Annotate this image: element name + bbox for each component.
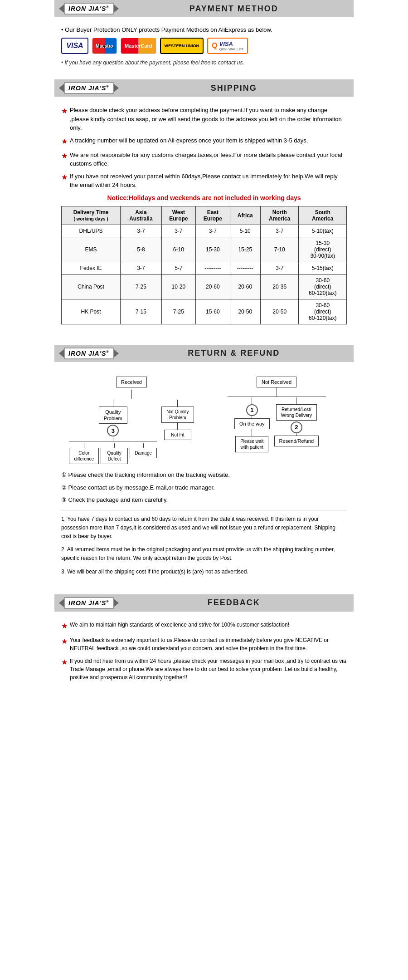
payment-title: PAYMENT METHOD: [119, 4, 349, 14]
table-row: DHL/UPS 3-7 3-7 3-7 5-10 3-7 5-10(tax): [62, 225, 347, 237]
fedex-asia: 3-7: [121, 262, 161, 274]
return-brand-logo: IRON JIA'S®: [64, 348, 114, 359]
circle-3: 3: [107, 425, 119, 436]
damage-col: Damage: [130, 443, 157, 464]
feedback-star-3: ★: [61, 657, 68, 681]
fedex-africa: ---------: [230, 262, 260, 274]
shipping-notice-1-text: Please double check your address before …: [70, 106, 347, 132]
instruction-1-text: ① Please check the tracking information …: [61, 470, 230, 480]
feedback-item-1-text: We aim to maintain high standards of exc…: [70, 621, 289, 632]
table-row: HK Post 7-15 7-25 15-60 20-50 20-50 30-6…: [62, 299, 347, 324]
chinapost-africa: 20-60: [230, 274, 260, 299]
carrier-fedex: Fedex IE: [62, 262, 121, 274]
dhl-south: 5-10(tax): [299, 225, 347, 237]
western-union-icon: WESTERN UNION: [160, 38, 204, 54]
feedback-item-1: ★ We aim to maintain high standards of e…: [61, 621, 347, 632]
received-sub-branches: QualityProblem 3 Colordifference: [69, 400, 194, 465]
color-difference-node: Colordifference: [69, 448, 99, 464]
shipping-header: IRON JIA'S® SHIPPING: [54, 79, 354, 97]
qiwi-icon: Q VISA QIWI WALLET: [207, 38, 248, 54]
v-line-qd: [114, 443, 115, 448]
shipping-arrow-left-icon: [59, 84, 64, 92]
shipping-notice-3-text: We are not responsible for any customs c…: [70, 151, 347, 168]
maestro-icon: Maestro: [92, 38, 117, 54]
dhl-africa: 5-10: [230, 225, 260, 237]
holiday-notice: Notice:Holidays and weekends are not inc…: [61, 194, 347, 201]
feedback-section: IRON JIA'S® FEEDBACK ★ We aim to maintai…: [54, 594, 354, 691]
table-row: China Post 7-25 10-20 20-60 20-60 20-35 …: [62, 274, 347, 299]
not-received-node: Not Received: [257, 377, 296, 387]
instruction-3: ③ Check the package and item carefully.: [61, 495, 347, 505]
ems-north: 7-10: [260, 237, 299, 262]
damage-node: Damage: [130, 448, 157, 458]
shipping-arrow-right-icon: [114, 84, 119, 92]
feedback-body: ★ We aim to maintain high standards of e…: [54, 616, 354, 691]
dhl-north: 3-7: [260, 225, 299, 237]
arrow-right-icon: [114, 5, 119, 13]
rule-1-text: 1. You have 7 days to contact us and 60 …: [61, 515, 347, 541]
not-fit-node: Not Fit: [164, 430, 191, 440]
instruction-1: ① Please check the tracking information …: [61, 470, 347, 480]
rule-2-text: 2. All returned items must be in the ori…: [61, 545, 347, 563]
payment-brand-logo: IRON JIA'S®: [64, 3, 114, 15]
payment-contact-note: • If you have any question about the pay…: [61, 59, 347, 66]
brand-text: IRON JIA'S: [68, 5, 106, 12]
feedback-header: IRON JIA'S® FEEDBACK: [54, 594, 354, 612]
v-line-ret: [296, 397, 296, 404]
hkpost-south: 30-60(direct)60-120(tax): [299, 299, 347, 324]
received-node: Received: [116, 377, 147, 387]
chinapost-south: 30-60(direct)60-120(tax): [299, 274, 347, 299]
h-line-nr: [228, 397, 326, 397]
rule-3: 3. We will bear all the shipping cost if…: [61, 568, 347, 576]
maestro-label: Maestro: [96, 44, 113, 49]
bullet-icon: •: [61, 26, 63, 33]
feedback-star-1: ★: [61, 621, 68, 632]
payment-icons-row: VISA Maestro MasterCard WESTERN UNION Q …: [61, 38, 347, 54]
arrow-left-icon: [59, 5, 64, 13]
carrier-dhl: DHL/UPS: [62, 225, 121, 237]
dhl-asia: 3-7: [121, 225, 161, 237]
qiwi-wallet: QIWI WALLET: [219, 47, 243, 51]
feedback-arrow-left-icon: [59, 599, 64, 607]
flowchart-container: Received QualityProblem 3: [61, 377, 347, 465]
shipping-section: IRON JIA'S® SHIPPING ★ Please double che…: [54, 79, 354, 336]
feedback-item-2-text: Your feedback is extremely important to …: [70, 636, 347, 652]
not-received-sub: 1 On the way Please waitwith patient Ret…: [234, 397, 319, 452]
ems-africa: 15-25: [230, 237, 260, 262]
feedback-item-3: ★ If you did not hear from us within 24 …: [61, 657, 347, 681]
feedback-item-2: ★ Your feedback is extremely important t…: [61, 636, 347, 652]
carrier-ems: EMS: [62, 237, 121, 262]
circle-2: 2: [291, 421, 302, 433]
feedback-brand-wrapper: IRON JIA'S®: [59, 597, 119, 609]
fedex-north: 3-7: [260, 262, 299, 274]
col-header-west-europe: WestEurope: [161, 206, 195, 225]
rule-3-text: 3. We will bear all the shipping cost if…: [61, 568, 248, 576]
on-the-way-branch: 1 On the way Please waitwith patient: [234, 397, 270, 452]
payment-brand-wrapper: IRON JIA'S®: [59, 3, 119, 15]
shipping-notice-4: ★ If you have not received your parcel w…: [61, 172, 347, 190]
shipping-body: ★ Please double check your address befor…: [54, 101, 354, 336]
shipping-notice-1: ★ Please double check your address befor…: [61, 106, 347, 132]
mastercard-label: MasterCard: [125, 43, 152, 49]
return-body: Received QualityProblem 3: [54, 367, 354, 585]
circle1-row: 1: [246, 404, 258, 416]
flowchart-right: Not Received 1 On the way: [206, 377, 347, 465]
quality-sub-nodes: Colordifference QualityDefect Damage: [69, 441, 157, 464]
v-line-nqp2: [177, 423, 178, 430]
return-rules: 1. You have 7 days to contact us and 60 …: [61, 515, 347, 576]
col-header-south-america: SouthAmerica: [299, 206, 347, 225]
col-header-north-america: NorthAmerica: [260, 206, 299, 225]
col-header-africa: Africa: [230, 206, 260, 225]
return-title: RETURN & REFUND: [119, 348, 349, 358]
return-section: IRON JIA'S® RETURN & REFUND Received: [54, 345, 354, 585]
hkpost-north: 20-50: [260, 299, 299, 324]
fedex-east: ---------: [196, 262, 230, 274]
on-the-way-node: On the way: [234, 418, 270, 429]
shipping-brand-text: IRON JIA'S: [68, 84, 106, 92]
mastercard-icon: MasterCard: [121, 38, 156, 54]
return-header: IRON JIA'S® RETURN & REFUND: [54, 345, 354, 362]
returned-node: Returned/Lost/Wrong Delivery: [276, 404, 317, 421]
feedback-arrow-right-icon: [114, 599, 119, 607]
qiwi-visa: VISA: [219, 40, 243, 47]
shipping-brand-wrapper: IRON JIA'S®: [59, 82, 119, 94]
